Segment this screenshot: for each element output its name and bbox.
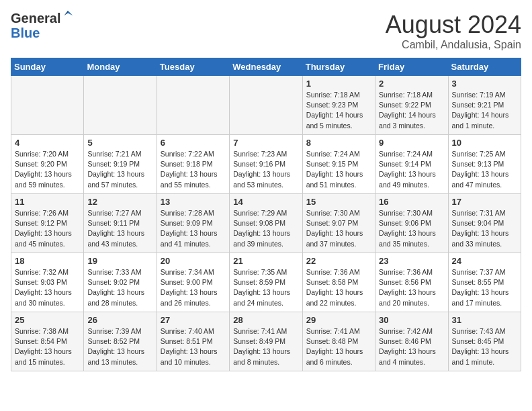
day-info: Sunrise: 7:41 AM Sunset: 8:48 PM Dayligh…	[306, 326, 371, 367]
day-number: 17	[452, 197, 517, 207]
day-info: Sunrise: 7:36 AM Sunset: 8:58 PM Dayligh…	[306, 267, 371, 308]
logo: General Blue	[11, 11, 74, 40]
calendar-week-3: 11Sunrise: 7:26 AM Sunset: 9:12 PM Dayli…	[11, 194, 521, 253]
day-number: 12	[87, 197, 152, 207]
day-number: 24	[452, 256, 517, 266]
day-number: 18	[15, 256, 80, 266]
weekday-header-saturday: Saturday	[448, 58, 521, 76]
calendar-cell: 9Sunrise: 7:24 AM Sunset: 9:14 PM Daylig…	[375, 135, 448, 194]
day-info: Sunrise: 7:24 AM Sunset: 9:15 PM Dayligh…	[306, 149, 371, 190]
day-info: Sunrise: 7:18 AM Sunset: 9:23 PM Dayligh…	[306, 90, 371, 131]
weekday-row: SundayMondayTuesdayWednesdayThursdayFrid…	[11, 58, 521, 76]
calendar-cell: 26Sunrise: 7:39 AM Sunset: 8:52 PM Dayli…	[84, 312, 157, 371]
title-block: August 2024 Cambil, Andalusia, Spain	[386, 11, 521, 51]
calendar-week-5: 25Sunrise: 7:38 AM Sunset: 8:54 PM Dayli…	[11, 312, 521, 371]
weekday-header-tuesday: Tuesday	[157, 58, 229, 76]
month-title: August 2024	[386, 11, 521, 39]
day-info: Sunrise: 7:32 AM Sunset: 9:03 PM Dayligh…	[15, 267, 80, 308]
day-number: 20	[161, 256, 226, 266]
day-number: 28	[233, 315, 298, 325]
day-info: Sunrise: 7:18 AM Sunset: 9:22 PM Dayligh…	[379, 90, 444, 131]
weekday-header-thursday: Thursday	[302, 58, 375, 76]
day-number: 26	[87, 315, 152, 325]
calendar-cell: 24Sunrise: 7:37 AM Sunset: 8:55 PM Dayli…	[448, 253, 521, 312]
calendar-cell	[84, 76, 157, 135]
day-number: 6	[161, 138, 226, 148]
calendar-cell: 18Sunrise: 7:32 AM Sunset: 9:03 PM Dayli…	[11, 253, 84, 312]
calendar-cell: 10Sunrise: 7:25 AM Sunset: 9:13 PM Dayli…	[448, 135, 521, 194]
day-info: Sunrise: 7:33 AM Sunset: 9:02 PM Dayligh…	[87, 267, 152, 308]
day-number: 1	[306, 79, 371, 89]
day-info: Sunrise: 7:38 AM Sunset: 8:54 PM Dayligh…	[15, 326, 80, 367]
day-info: Sunrise: 7:27 AM Sunset: 9:11 PM Dayligh…	[87, 208, 152, 249]
calendar-week-4: 18Sunrise: 7:32 AM Sunset: 9:03 PM Dayli…	[11, 253, 521, 312]
day-info: Sunrise: 7:41 AM Sunset: 8:49 PM Dayligh…	[233, 326, 298, 367]
day-number: 7	[233, 138, 298, 148]
day-number: 14	[233, 197, 298, 207]
logo-icon	[62, 9, 74, 21]
day-info: Sunrise: 7:34 AM Sunset: 9:00 PM Dayligh…	[161, 267, 226, 308]
calendar-week-2: 4Sunrise: 7:20 AM Sunset: 9:20 PM Daylig…	[11, 135, 521, 194]
day-info: Sunrise: 7:24 AM Sunset: 9:14 PM Dayligh…	[379, 149, 444, 190]
day-number: 13	[161, 197, 226, 207]
calendar-cell: 30Sunrise: 7:42 AM Sunset: 8:46 PM Dayli…	[375, 312, 448, 371]
day-number: 5	[87, 138, 152, 148]
day-number: 25	[15, 315, 80, 325]
calendar-cell: 23Sunrise: 7:36 AM Sunset: 8:56 PM Dayli…	[375, 253, 448, 312]
logo-blue: Blue	[11, 26, 74, 40]
day-number: 9	[379, 138, 444, 148]
day-number: 2	[379, 79, 444, 89]
day-number: 29	[306, 315, 371, 325]
day-number: 8	[306, 138, 371, 148]
weekday-header-monday: Monday	[84, 58, 157, 76]
page-header: General Blue August 2024 Cambil, Andalus…	[11, 11, 521, 51]
day-number: 30	[379, 315, 444, 325]
day-number: 3	[452, 79, 517, 89]
calendar-cell: 11Sunrise: 7:26 AM Sunset: 9:12 PM Dayli…	[11, 194, 84, 253]
calendar-cell	[11, 76, 84, 135]
day-info: Sunrise: 7:26 AM Sunset: 9:12 PM Dayligh…	[15, 208, 80, 249]
day-info: Sunrise: 7:29 AM Sunset: 9:08 PM Dayligh…	[233, 208, 298, 249]
calendar-header: SundayMondayTuesdayWednesdayThursdayFrid…	[11, 58, 521, 76]
calendar-cell: 28Sunrise: 7:41 AM Sunset: 8:49 PM Dayli…	[230, 312, 302, 371]
weekday-header-wednesday: Wednesday	[230, 58, 302, 76]
calendar-cell: 17Sunrise: 7:31 AM Sunset: 9:04 PM Dayli…	[448, 194, 521, 253]
calendar-cell	[230, 76, 302, 135]
calendar-cell: 22Sunrise: 7:36 AM Sunset: 8:58 PM Dayli…	[302, 253, 375, 312]
day-number: 11	[15, 197, 80, 207]
calendar-cell: 2Sunrise: 7:18 AM Sunset: 9:22 PM Daylig…	[375, 76, 448, 135]
calendar-cell: 12Sunrise: 7:27 AM Sunset: 9:11 PM Dayli…	[84, 194, 157, 253]
day-info: Sunrise: 7:20 AM Sunset: 9:20 PM Dayligh…	[15, 149, 80, 190]
weekday-header-friday: Friday	[375, 58, 448, 76]
day-info: Sunrise: 7:37 AM Sunset: 8:55 PM Dayligh…	[452, 267, 517, 308]
day-info: Sunrise: 7:36 AM Sunset: 8:56 PM Dayligh…	[379, 267, 444, 308]
day-info: Sunrise: 7:21 AM Sunset: 9:19 PM Dayligh…	[87, 149, 152, 190]
day-number: 27	[161, 315, 226, 325]
day-info: Sunrise: 7:19 AM Sunset: 9:21 PM Dayligh…	[452, 90, 517, 131]
weekday-header-sunday: Sunday	[11, 58, 84, 76]
day-info: Sunrise: 7:25 AM Sunset: 9:13 PM Dayligh…	[452, 149, 517, 190]
day-number: 16	[379, 197, 444, 207]
day-info: Sunrise: 7:30 AM Sunset: 9:07 PM Dayligh…	[306, 208, 371, 249]
calendar-cell: 16Sunrise: 7:30 AM Sunset: 9:06 PM Dayli…	[375, 194, 448, 253]
location: Cambil, Andalusia, Spain	[386, 39, 521, 51]
calendar-table: SundayMondayTuesdayWednesdayThursdayFrid…	[11, 58, 521, 371]
day-info: Sunrise: 7:30 AM Sunset: 9:06 PM Dayligh…	[379, 208, 444, 249]
calendar-cell: 1Sunrise: 7:18 AM Sunset: 9:23 PM Daylig…	[302, 76, 375, 135]
day-info: Sunrise: 7:43 AM Sunset: 8:45 PM Dayligh…	[452, 326, 517, 367]
day-info: Sunrise: 7:31 AM Sunset: 9:04 PM Dayligh…	[452, 208, 517, 249]
day-number: 15	[306, 197, 371, 207]
day-number: 10	[452, 138, 517, 148]
day-info: Sunrise: 7:40 AM Sunset: 8:51 PM Dayligh…	[161, 326, 226, 367]
calendar-cell: 21Sunrise: 7:35 AM Sunset: 8:59 PM Dayli…	[230, 253, 302, 312]
calendar-cell: 6Sunrise: 7:22 AM Sunset: 9:18 PM Daylig…	[157, 135, 229, 194]
calendar-week-1: 1Sunrise: 7:18 AM Sunset: 9:23 PM Daylig…	[11, 76, 521, 135]
day-number: 4	[15, 138, 80, 148]
calendar-cell: 7Sunrise: 7:23 AM Sunset: 9:16 PM Daylig…	[230, 135, 302, 194]
calendar-cell: 27Sunrise: 7:40 AM Sunset: 8:51 PM Dayli…	[157, 312, 229, 371]
calendar-cell: 14Sunrise: 7:29 AM Sunset: 9:08 PM Dayli…	[230, 194, 302, 253]
calendar-cell: 3Sunrise: 7:19 AM Sunset: 9:21 PM Daylig…	[448, 76, 521, 135]
calendar-cell: 4Sunrise: 7:20 AM Sunset: 9:20 PM Daylig…	[11, 135, 84, 194]
logo-general: General	[11, 11, 60, 26]
calendar-cell	[157, 76, 229, 135]
